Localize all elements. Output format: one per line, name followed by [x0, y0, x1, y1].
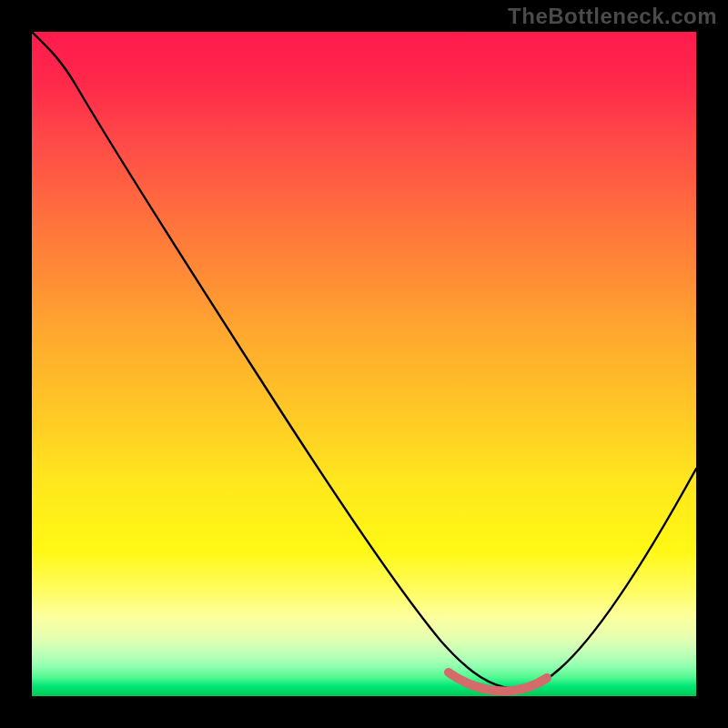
curve-layer [32, 32, 696, 696]
bottleneck-curve [32, 32, 696, 689]
plot-area [32, 32, 696, 696]
watermark-label: TheBottleneck.com [508, 4, 717, 29]
chart-frame: TheBottleneck.com [0, 0, 728, 728]
optimal-region-marker [449, 672, 547, 691]
